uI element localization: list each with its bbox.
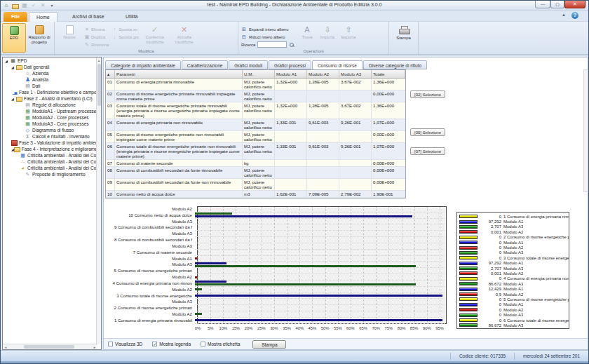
tree-expander-icon[interactable]: ◢ (5, 59, 10, 63)
tree-hscroll-thumb[interactable] (24, 345, 74, 349)
tab-utilita[interactable]: Utilità (119, 12, 145, 22)
legend-entry: 0 5 Consumo di risorse energetiche prima… (457, 297, 569, 302)
table-vertical-scrollbar[interactable] (583, 69, 588, 192)
tree-expander-icon[interactable]: ◢ (11, 97, 16, 101)
tree-item[interactable]: ModuloA3 - Core processes (3, 121, 101, 127)
tree-item[interactable]: ◢ Fase 2 - Analisi di inventario (LCI) (3, 95, 101, 102)
tree-item[interactable]: Fase 1 - Definizione obiettivo e campo d… (3, 89, 101, 95)
header-totale[interactable]: Totale (372, 70, 405, 78)
selezione-button[interactable]: [07] Selezione (410, 147, 445, 155)
selezione-button[interactable]: [05] Selezione (410, 128, 445, 136)
content-tab[interactable]: Categorie di impatto ambientale (105, 60, 181, 69)
elimina-button[interactable]: ✕Elimina (84, 25, 109, 33)
table-row[interactable]: 01 Consumo di energia primaria rinnovabi… (106, 79, 405, 90)
legend-value: 0,001 (478, 230, 501, 234)
annulla-modifiche-button[interactable]: ✕ Annulla modifiche (170, 23, 199, 53)
epd-button[interactable]: EPD (2, 23, 26, 53)
tree-item-icon (20, 166, 26, 171)
cell-modulo-a3: 3,67E-002 (339, 79, 372, 90)
table-row[interactable]: 10 Consumo netto di acqua dolce m3 1,62E… (106, 191, 405, 198)
checkbox-icon[interactable] (152, 342, 157, 346)
content-tab[interactable]: Diverse categorie di rifiuto (363, 60, 427, 69)
tree-item[interactable]: Calcoli e risultati - Inventario (3, 133, 101, 140)
nuovo-button[interactable]: Nuovo (56, 23, 83, 53)
minimize-button[interactable]: — (535, 1, 550, 8)
scroll-right-icon[interactable]: ▸ (92, 345, 97, 349)
table-row[interactable]: 07 Consumo di materie seconde kg 0,00E+0… (106, 160, 405, 167)
duplicate-icon: ▣ (84, 34, 90, 40)
cell-modulo-a2: 9,61E-003 (307, 119, 339, 130)
table-row[interactable]: 04 Consumo di energia primaria non rinno… (106, 119, 405, 131)
tree-item[interactable]: Proposte di miglioramento (3, 171, 101, 177)
table-row[interactable]: 05 Consumo di risorse energetiche primar… (106, 131, 405, 143)
header-modulo-a1[interactable]: Modulo A1 (275, 70, 307, 78)
header-modulo-a2[interactable]: Modulo A2 (307, 70, 339, 78)
table-row[interactable]: 06 Consumo totale di risorse energetiche… (106, 143, 405, 160)
trova-button[interactable]: A Trova (297, 23, 317, 53)
cell-totale: 0,00E+000 (372, 160, 405, 166)
checkbox-icon[interactable] (201, 342, 205, 346)
chart-bar-track (195, 213, 445, 219)
scroll-left-icon[interactable]: ◂ (3, 345, 8, 349)
tree-item[interactable]: ◢ EPD (3, 58, 101, 64)
tree-horizontal-scrollbar[interactable]: ◂ ▸ (3, 344, 97, 349)
tree-expander-icon[interactable]: ◢ (11, 65, 16, 69)
ricerca-input[interactable] (257, 41, 287, 48)
rapporto-di-progetto-button[interactable]: Rapporto di progetto (26, 23, 53, 53)
content-tab[interactable]: Grafici moduli (229, 60, 268, 69)
chart-option-checkbox[interactable]: Mostra legenda (152, 342, 191, 346)
tree-item[interactable]: Diagramma di flusso (3, 127, 101, 133)
duplica-button[interactable]: ▣Duplica (84, 33, 109, 41)
close-button[interactable]: ✕ (564, 1, 585, 8)
esporta-button[interactable]: ⇧ Esporta (338, 23, 359, 53)
tree-item[interactable]: Fase 3 - Valutazione di impatto ambienta… (3, 140, 101, 146)
sort-indicator-icon[interactable]: ▴ (106, 70, 115, 78)
tab-home[interactable]: Home (29, 12, 57, 22)
tree-item[interactable]: ModuloA2 - Core processes (3, 114, 101, 121)
riduci-albero-button[interactable]: ⊟Riduci intero albero (241, 33, 296, 41)
content-tab[interactable]: Caratterizzazione (182, 60, 229, 69)
tree-item[interactable]: Criticità ambientali - Analisi dei Contr… (3, 159, 101, 165)
stampa-button[interactable]: Stampa (391, 23, 417, 53)
stampa-chart-button[interactable]: Stampa (252, 340, 286, 349)
tree-item[interactable]: Criticità ambientali - Analisi dei Contr… (3, 165, 101, 171)
tree-item[interactable]: ◢ Dati generali (3, 64, 101, 70)
table-row[interactable]: 08 Consumo di combustibili secondari da … (106, 167, 405, 179)
content-tab[interactable]: Grafici processi (269, 60, 311, 69)
selezione-button[interactable]: [02] Selezione (410, 90, 445, 98)
table-row[interactable]: 02 Consumo di risorse energetiche primar… (106, 90, 405, 102)
importa-button[interactable]: ⇩ Importa (317, 23, 338, 53)
tree-item[interactable]: ModuloA1 - Upstream processes (3, 108, 101, 114)
tree-item[interactable]: Criticità ambientali - Analisi dei Contr… (3, 152, 101, 159)
sposta-giu-button[interactable]: ↓Sposta giù (111, 33, 138, 41)
conferma-modifiche-button[interactable]: ✓ Conferma modifiche (140, 23, 170, 53)
maximize-button[interactable]: ▢ (550, 1, 564, 8)
tree-item[interactable]: Dati (3, 83, 101, 89)
content-tab[interactable]: Consumo di risorse (312, 60, 363, 69)
table-row[interactable]: 03 Consumo totale di risorse energetiche… (106, 102, 405, 119)
chart-option-checkbox[interactable]: Mostra etichetta (201, 342, 240, 346)
checkbox-icon[interactable] (108, 342, 113, 346)
minimize-ribbon-icon[interactable]: ▲ (562, 13, 566, 17)
espandi-albero-button[interactable]: ⊞Espandi intero albero (241, 25, 296, 33)
chart-option-checkbox[interactable]: Visualizza 3D (108, 342, 142, 346)
tab-archivi-di-base[interactable]: Archivi di base (65, 12, 111, 22)
tree-item[interactable]: Azienda (3, 70, 101, 76)
tree-vertical-scrollbar[interactable]: ▴ (96, 58, 101, 344)
table-row[interactable]: 09 Consumo di combustibili secondari da … (106, 179, 405, 191)
header-um[interactable]: U.M. (243, 70, 275, 78)
status-bar: Codice cliente: 017335 mercoledì 24 sett… (1, 350, 588, 361)
header-modulo-a3[interactable]: Modulo A3 (339, 70, 372, 78)
legend-entry: 0 Modulo A3 (457, 312, 569, 317)
header-parametri[interactable]: Parametri (115, 70, 243, 78)
sposta-su-button[interactable]: ↑Sposta su (111, 25, 138, 33)
help-button[interactable]: ? (571, 12, 578, 19)
tree-item[interactable]: Analista (3, 76, 101, 83)
chart-bar-track (195, 281, 445, 287)
rinomina-button[interactable]: ✎Rinomina (84, 41, 109, 48)
scroll-up-icon[interactable]: ▴ (97, 58, 101, 63)
tree-item[interactable]: ◢ Fase 4 - Interpretazione e miglioramen… (3, 146, 101, 152)
tab-file[interactable]: File (4, 12, 27, 22)
tree-vscroll-thumb[interactable] (97, 64, 101, 106)
tree-item[interactable]: Regole di allocazione (3, 102, 101, 108)
